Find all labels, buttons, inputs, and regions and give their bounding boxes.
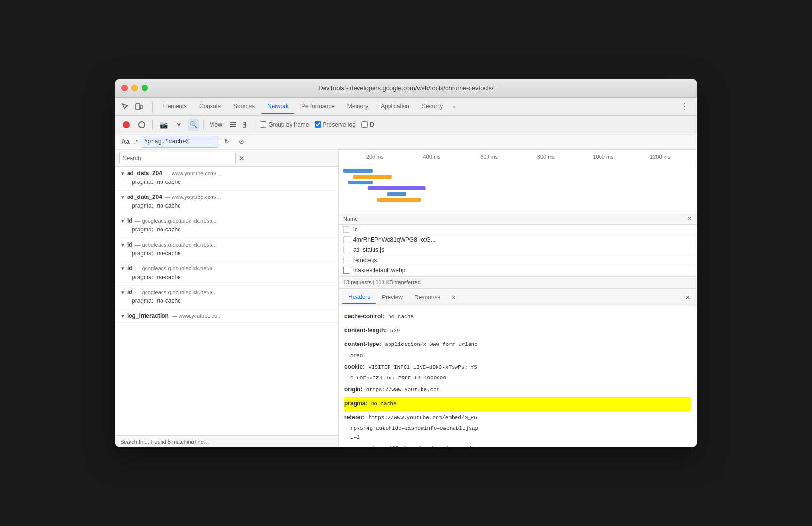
close-panel-button[interactable]: ✕ — [687, 215, 692, 222]
search-result-item[interactable]: ▼ id — googleads.g.doubleclick.net/p... … — [115, 214, 338, 238]
screenshot-button[interactable]: 📷 — [157, 118, 170, 132]
preserve-log-checkbox[interactable] — [315, 121, 321, 128]
tab-network[interactable]: Network — [261, 100, 294, 114]
search-clear-button[interactable]: ✕ — [239, 154, 244, 162]
toolbar-sep-2 — [203, 120, 204, 130]
header-value: VISITOR_INFO1_LIVE=dDk0-xTswPs; YS — [368, 364, 477, 370]
case-sensitive-button[interactable]: Aa — [119, 137, 131, 146]
tab-security[interactable]: Security — [416, 100, 449, 114]
search-result-item[interactable]: ▼ id — googleads.g.doubleclick.net/p... … — [115, 286, 338, 310]
timeline-area: 200 ms 400 ms 600 ms 800 ms 1000 ms 1200… — [339, 150, 697, 213]
tab-overflow-headers[interactable]: » — [446, 291, 461, 304]
search-result-item[interactable]: ▼ ad_data_204 — www.youtube.com/... prag… — [115, 191, 338, 214]
block-button[interactable]: ⊘ — [236, 136, 247, 148]
list-view-button[interactable] — [227, 119, 239, 131]
request-item[interactable]: remote.js — [339, 255, 697, 265]
dot-star-button[interactable]: .* — [134, 139, 138, 145]
header-key: cache-control: — [344, 313, 385, 320]
view-buttons — [227, 119, 252, 131]
result-header: ▼ id — googleads.g.doubleclick.net/p... — [120, 265, 333, 272]
disable-cache-label[interactable]: D — [361, 121, 374, 128]
record-button[interactable] — [119, 118, 133, 132]
close-button[interactable] — [121, 85, 128, 91]
waterfall-chart — [339, 164, 697, 208]
search-button[interactable]: 🔍 — [188, 119, 199, 131]
result-name: id — [127, 217, 132, 224]
header-value: Mozilla/5.0 (Macintosh; Intel M — [380, 446, 479, 447]
pragma-value: no-cache — [157, 297, 180, 304]
tab-application[interactable]: Application — [375, 100, 415, 114]
tab-console[interactable]: Console — [194, 100, 227, 114]
close-headers-button[interactable]: ✕ — [683, 292, 693, 303]
group-by-frame-checkbox[interactable] — [260, 121, 266, 128]
tab-performance[interactable]: Performance — [295, 100, 341, 114]
svg-rect-6 — [353, 175, 392, 179]
main-content: ✕ ▼ ad_data_204 — www.youtube.com/... pr… — [115, 150, 697, 447]
filter-icon: ⛛ — [176, 121, 182, 129]
request-item[interactable]: 4mrRnEPnWo81qWPG8_xcG... — [339, 235, 697, 245]
pragma-key: pragma: — [132, 226, 153, 233]
maximize-button[interactable] — [142, 85, 148, 91]
expand-icon: ▼ — [120, 242, 125, 247]
result-header: ▼ log_interaction — www.youtube.co... — [120, 312, 333, 319]
group-by-frame-label[interactable]: Group by frame — [260, 121, 309, 128]
stop-button[interactable] — [135, 118, 148, 132]
tab-headers[interactable]: Headers — [342, 291, 376, 304]
request-checkbox[interactable] — [343, 257, 350, 263]
search-result-item[interactable]: ▼ log_interaction — www.youtube.co... — [115, 310, 338, 323]
tab-response[interactable]: Response — [408, 291, 446, 304]
window-title: DevTools - developers.google.com/web/too… — [318, 84, 493, 92]
search-footer-text: Search fin… Found 8 matching line… — [120, 439, 209, 444]
search-input[interactable] — [123, 155, 232, 162]
minimize-button[interactable] — [131, 85, 138, 91]
request-item[interactable]: maxresdefault.webp — [339, 265, 697, 276]
result-header: ▼ id — googleads.g.doubleclick.net/p... — [120, 241, 333, 248]
request-item[interactable]: id — [339, 225, 697, 235]
network-status-bar: 13 requests | 111 KB transferred — [339, 276, 697, 288]
tab-overflow[interactable]: » — [450, 101, 459, 112]
pragma-line: pragma: no-cache — [120, 296, 333, 306]
preserve-log-label[interactable]: Preserve log — [315, 121, 356, 128]
request-checkbox[interactable] — [343, 267, 350, 274]
expand-icon: ▼ — [120, 195, 125, 200]
pragma-line: pragma: no-cache — [120, 272, 333, 282]
header-row: content-length: 529 — [344, 324, 691, 338]
header-key: pragma: — [344, 400, 367, 407]
result-url: — googleads.g.doubleclick.net/p... — [135, 289, 217, 295]
search-result-item[interactable]: ▼ ad_data_204 — www.youtube.com/... prag… — [115, 167, 338, 191]
request-item[interactable]: ad_status.js — [339, 245, 697, 255]
refresh-button[interactable]: ↻ — [221, 136, 233, 148]
request-checkbox[interactable] — [343, 247, 350, 253]
device-toolbar-icon[interactable] — [133, 101, 145, 113]
devtools-menu-button[interactable]: ⋮ — [677, 100, 693, 113]
timeline-label-600: 600 ms — [460, 154, 518, 160]
svg-rect-3 — [230, 124, 236, 125]
tab-memory[interactable]: Memory — [341, 100, 374, 114]
header-row-highlighted: pragma: no-cache — [344, 397, 691, 411]
result-header: ▼ ad_data_204 — www.youtube.com/... — [120, 170, 333, 177]
request-checkbox[interactable] — [343, 226, 350, 233]
disable-cache-checkbox[interactable] — [361, 121, 368, 128]
result-header: ▼ ad_data_204 — www.youtube.com/... — [120, 194, 333, 200]
tree-view-button[interactable] — [240, 119, 252, 131]
pragma-value: no-cache — [157, 179, 180, 185]
search-result-item[interactable]: ▼ id — googleads.g.doubleclick.net/p... … — [115, 238, 338, 262]
tab-elements[interactable]: Elements — [157, 100, 193, 114]
filter-bar: Aa .* ↻ ⊘ — [115, 133, 697, 150]
header-key: cookie: — [344, 363, 365, 370]
content-type-continuation: oded — [344, 352, 691, 361]
tab-sources[interactable]: Sources — [227, 100, 260, 114]
result-url: — www.youtube.com/... — [165, 170, 221, 176]
search-icon: 🔍 — [190, 121, 197, 128]
request-checkbox[interactable] — [343, 236, 350, 243]
waterfall-area — [339, 164, 697, 208]
filter-input[interactable] — [141, 136, 218, 148]
inspect-icon[interactable] — [119, 101, 131, 113]
svg-rect-5 — [343, 169, 373, 173]
search-result-item[interactable]: ▼ id — googleads.g.doubleclick.net/p... … — [115, 262, 338, 286]
tab-preview[interactable]: Preview — [376, 291, 408, 304]
header-row: origin: https://www.youtube.com — [344, 383, 691, 397]
header-row: referer: https://www.youtube.com/embed/G… — [344, 411, 691, 425]
filter-button[interactable]: ⛛ — [172, 118, 186, 132]
pragma-line: pragma: no-cache — [120, 248, 333, 259]
